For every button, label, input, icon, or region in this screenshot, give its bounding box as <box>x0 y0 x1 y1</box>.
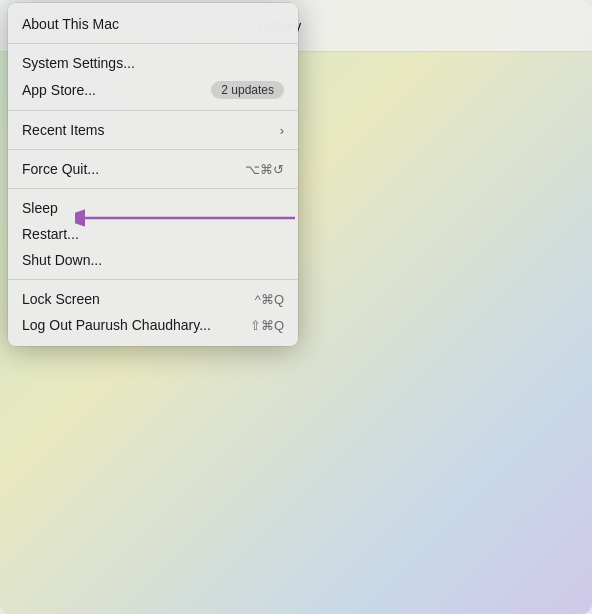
divider-2 <box>8 110 298 111</box>
app-store-badge: 2 updates <box>211 81 284 99</box>
log-out-shortcut: ⇧⌘Q <box>250 318 284 333</box>
screen:  Safari File Edit View History About Th… <box>0 0 592 614</box>
divider-3 <box>8 149 298 150</box>
shutdown-item[interactable]: Shut Down... <box>8 247 298 273</box>
shutdown-label: Shut Down... <box>22 252 102 268</box>
divider-4 <box>8 188 298 189</box>
system-settings-label: System Settings... <box>22 55 135 71</box>
log-out-label: Log Out Paurush Chaudhary... <box>22 317 211 333</box>
menu-section-recent: Recent Items › <box>8 115 298 145</box>
force-quit-label: Force Quit... <box>22 161 99 177</box>
recent-items-chevron-icon: › <box>280 123 284 138</box>
menu-section-force-quit: Force Quit... ⌥⌘↺ <box>8 154 298 184</box>
apple-dropdown: About This Mac System Settings... App St… <box>8 3 298 346</box>
about-this-mac-label: About This Mac <box>22 16 119 32</box>
menu-section-power: Sleep Restart... Shut Down... <box>8 193 298 275</box>
lock-screen-shortcut: ^⌘Q <box>255 292 284 307</box>
system-settings-item[interactable]: System Settings... <box>8 50 298 76</box>
app-store-item[interactable]: App Store... 2 updates <box>8 76 298 104</box>
sleep-item[interactable]: Sleep <box>8 195 298 221</box>
about-this-mac-item[interactable]: About This Mac <box>8 11 298 37</box>
menu-section-settings: System Settings... App Store... 2 update… <box>8 48 298 106</box>
sleep-label: Sleep <box>22 200 58 216</box>
force-quit-item[interactable]: Force Quit... ⌥⌘↺ <box>8 156 298 182</box>
lock-screen-item[interactable]: Lock Screen ^⌘Q <box>8 286 298 312</box>
recent-items-label: Recent Items <box>22 122 104 138</box>
restart-label: Restart... <box>22 226 79 242</box>
force-quit-shortcut: ⌥⌘↺ <box>245 162 284 177</box>
app-store-label: App Store... <box>22 82 96 98</box>
menu-section-lock: Lock Screen ^⌘Q Log Out Paurush Chaudhar… <box>8 284 298 340</box>
divider-1 <box>8 43 298 44</box>
menu-section-about: About This Mac <box>8 9 298 39</box>
log-out-item[interactable]: Log Out Paurush Chaudhary... ⇧⌘Q <box>8 312 298 338</box>
lock-screen-label: Lock Screen <box>22 291 100 307</box>
divider-5 <box>8 279 298 280</box>
recent-items-item[interactable]: Recent Items › <box>8 117 298 143</box>
restart-item[interactable]: Restart... <box>8 221 298 247</box>
